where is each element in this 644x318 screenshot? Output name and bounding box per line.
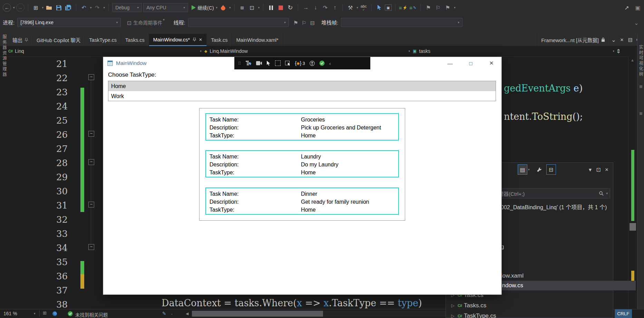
fold-marker[interactable]: −	[88, 159, 94, 165]
toolbar-overflow-icon[interactable]: ▣	[634, 3, 642, 12]
new-window-icon[interactable]: ⊞	[32, 3, 40, 12]
maximize-button[interactable]: □	[463, 57, 479, 69]
code-cleanup-dropdown-icon[interactable]: ▾	[357, 6, 358, 9]
scrollbar-thumb[interactable]	[630, 223, 636, 231]
tab-copilot-chat[interactable]: GitHub Copilot 聊天	[32, 34, 85, 46]
panel-restore-icon[interactable]: ⊡	[594, 165, 603, 174]
xaml-binding-failures-icon[interactable]: {◉}3	[295, 60, 305, 66]
search-icon[interactable]	[597, 189, 605, 198]
hot-reload-icon[interactable]	[219, 3, 227, 12]
close-tab-icon[interactable]: ✕	[199, 37, 202, 42]
redo-dropdown-icon[interactable]: ▾	[104, 6, 105, 9]
bookmark-prev-icon[interactable]: ⚐	[434, 3, 442, 12]
device-preview-dropdown-icon[interactable]: ▾	[258, 6, 260, 9]
undo-icon[interactable]: ↶	[80, 3, 88, 12]
open-folder-icon[interactable]	[45, 3, 53, 12]
breadcrumb-member[interactable]: ▣ tasks ▾	[410, 48, 614, 54]
show-flagged-only-icon[interactable]: ⊟	[308, 18, 316, 28]
health-check-icon[interactable]	[68, 311, 73, 316]
breadcrumb-class[interactable]: ◆ Linq.MainWindow ▾	[202, 48, 410, 54]
tab-mainwindow-cs[interactable]: MainWindow.cs* ✕	[149, 34, 207, 46]
redo-icon[interactable]: ↷	[93, 3, 101, 12]
show-next-statement-icon[interactable]: →	[302, 3, 310, 12]
navigate-back-dropdown-icon[interactable]: ▾	[13, 6, 15, 9]
server-explorer-vertical-tab[interactable]: 服务器资源管理器	[1, 35, 8, 77]
select-element-icon[interactable]	[375, 3, 383, 12]
show-layout-adorners-icon[interactable]: ▣	[385, 4, 392, 11]
navigate-forward-icon[interactable]: →	[16, 3, 25, 12]
drag-handle-icon[interactable]: ⠿	[238, 61, 241, 66]
process-combo[interactable]: [7896] Linq.exe▾	[17, 18, 121, 27]
step-out-icon[interactable]: ↑	[331, 3, 339, 12]
panel-close-icon[interactable]: ✕	[603, 165, 611, 174]
continue-button[interactable]: 继续(C)	[192, 3, 214, 12]
listbox-item-work[interactable]: Work	[108, 91, 496, 101]
close-document-icon[interactable]: ✕	[618, 34, 626, 46]
editor-vertical-scrollbar[interactable]: ▲	[628, 56, 637, 309]
panel-position-dropdown-icon[interactable]: ▾	[586, 165, 594, 174]
filter-dropdown-icon[interactable]: ▾	[528, 168, 530, 171]
zoom-level[interactable]: 161 %	[3, 311, 17, 316]
scrollbar-up-icon[interactable]: ▲	[631, 58, 634, 62]
tab-task-cs[interactable]: Task.cs	[207, 34, 232, 46]
lifecycle-events-label[interactable]: 生命周期事件	[133, 18, 162, 28]
editing-pen-icon[interactable]: ✎	[162, 311, 166, 316]
bookmark-icon[interactable]: ⚑	[424, 3, 432, 12]
lifecycle-events-icon[interactable]: ⊡	[125, 18, 133, 28]
accessibility-checker-icon[interactable]	[310, 61, 315, 66]
undo-dropdown-icon[interactable]: ▾	[90, 6, 92, 9]
tab-list-dropdown-icon[interactable]: ⌄	[609, 34, 618, 46]
pending-changes-filter-icon[interactable]: ▤	[518, 164, 527, 175]
tab-framework-metadata[interactable]: Framework...nt [从元数据]	[537, 34, 609, 46]
step-into-icon[interactable]: ↓	[311, 3, 320, 12]
intellicode-sphere-icon[interactable]	[52, 311, 57, 316]
tab-mainwindow-xaml[interactable]: MainWindow.xaml*	[232, 34, 283, 46]
split-window-icon[interactable]: ⇕	[614, 46, 623, 56]
scroll-left-icon[interactable]: ◀	[186, 311, 188, 316]
fold-marker[interactable]: −	[88, 202, 94, 208]
bookmark-next-icon[interactable]: ⚑	[443, 3, 452, 12]
xaml-live-preview-icon[interactable]: ≡✎	[409, 3, 417, 12]
split-view-icon[interactable]: ⊞	[43, 310, 47, 316]
navigate-back-icon[interactable]: ←	[3, 3, 11, 12]
horizontal-scrollbar[interactable]	[192, 311, 446, 317]
show-source-camera-icon[interactable]	[256, 61, 262, 65]
flag-threads-icon[interactable]: ⚑	[292, 18, 300, 28]
code-cleanup-icon[interactable]: ⚒	[346, 3, 354, 12]
lifecycle-dropdown-icon[interactable]: ▾	[163, 18, 165, 21]
breadcrumb-project[interactable]: C# Linq ▾	[0, 48, 202, 54]
spell-check-icon[interactable]: abc ✓	[360, 3, 368, 12]
tab-tasktype-cs[interactable]: TaskType.cs	[85, 34, 121, 46]
platform-combo[interactable]: Any CPU▾	[143, 3, 188, 12]
fold-marker[interactable]: −	[88, 74, 94, 80]
continue-dropdown-icon[interactable]: ▾	[216, 6, 218, 9]
preview-selected-icon[interactable]: ⊟	[546, 164, 556, 175]
zoom-dropdown-icon[interactable]: ▾	[34, 312, 36, 315]
close-button[interactable]: ✕	[484, 57, 499, 69]
configuration-combo[interactable]: Debug▾	[112, 3, 142, 12]
restart-icon[interactable]: ↻	[286, 3, 294, 12]
tree-item-tasktype-cs[interactable]: ▷C#TaskType.cs	[446, 311, 617, 318]
hot-reload-dropdown-icon[interactable]: ▾	[229, 6, 231, 9]
break-all-icon[interactable]	[267, 3, 275, 12]
tab-output[interactable]: 输出	[8, 34, 32, 46]
go-to-live-visual-tree-icon[interactable]	[246, 61, 252, 66]
toolbar2-overflow-icon[interactable]: ⌄	[632, 18, 641, 28]
device-preview-icon[interactable]: ⊡	[248, 3, 256, 12]
bookmark-dropdown-icon[interactable]: ▾	[454, 6, 456, 9]
pen-dropdown-icon[interactable]: ⌄	[170, 312, 173, 315]
display-layout-adorners-icon[interactable]	[275, 60, 281, 66]
select-element-cursor-icon[interactable]	[266, 61, 271, 66]
tab-tasks-cs[interactable]: Tasks.cs	[121, 34, 149, 46]
xaml-hot-reload-icon[interactable]: ≡⚡	[399, 3, 408, 12]
stack-frame-combo[interactable]: ▾	[341, 18, 462, 27]
thread-combo[interactable]: ▾	[188, 18, 289, 27]
stop-debugging-icon[interactable]	[276, 3, 285, 12]
search-options-dropdown-icon[interactable]: ▾	[606, 192, 608, 195]
unflag-threads-icon[interactable]: ⚐	[300, 18, 308, 28]
listbox-item-home[interactable]: Home	[108, 81, 496, 91]
collapse-toolbar-icon[interactable]: ‹	[329, 60, 331, 66]
new-window-dropdown-icon[interactable]: ▾	[42, 6, 44, 9]
hot-reload-ok-icon[interactable]	[319, 60, 325, 66]
track-focused-element-icon[interactable]	[285, 61, 291, 66]
